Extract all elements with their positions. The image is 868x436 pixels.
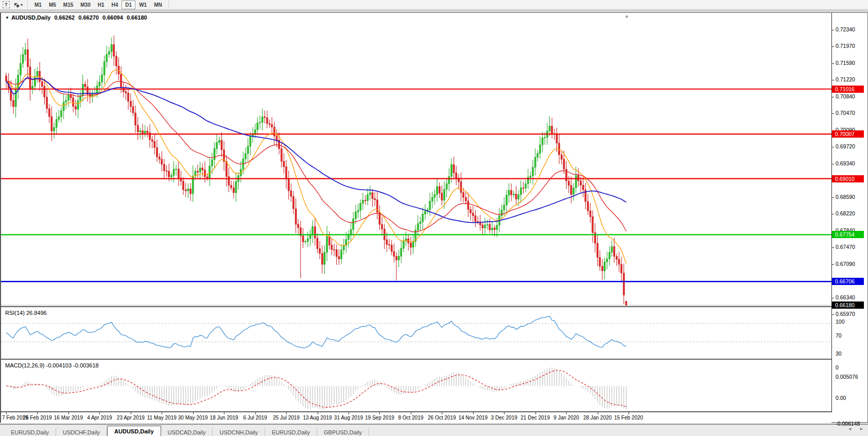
date-tick-label: 26 Oct 2019 [428, 415, 456, 421]
timeframe-button-m1[interactable]: M1 [31, 1, 45, 9]
date-axis[interactable]: 7 Feb 201926 Feb 201916 Mar 20194 Apr 20… [1, 412, 831, 423]
chart-tab-bar: EURUSD,DailyUSDCHF,DailyAUDUSD,DailyUSDC… [0, 424, 868, 436]
date-tick-label: 19 Sep 2019 [365, 415, 394, 421]
date-tick-mark [379, 412, 380, 414]
date-tick-mark [131, 412, 131, 414]
rsi-scale-label: 30 [836, 350, 842, 357]
date-tick-mark [535, 412, 536, 414]
chart-tab-audusd-daily[interactable]: AUDUSD,Daily [107, 426, 161, 436]
date-tick-label: 26 Feb 2019 [23, 415, 51, 421]
date-tick-mark [255, 412, 256, 414]
rsi-scale-label: 0 [836, 364, 839, 371]
rsi-scale-label: 100 [836, 318, 845, 325]
price-tick-label: 0.68590 [836, 194, 855, 200]
price-tick-mark [832, 147, 834, 147]
macd-scale-label: 0.005076 [836, 374, 858, 380]
timeframe-button-group: M1M5M15M30H1H4D1W1MN [31, 1, 166, 9]
support-price-badge: 0.67754 [832, 231, 864, 238]
timeframe-button-m15[interactable]: M15 [60, 1, 77, 9]
macd-label: MACD(12,26,9) -0.004103 -0.003618 [5, 362, 99, 368]
date-tick-mark [629, 412, 629, 414]
price-tick-mark [832, 197, 834, 198]
macd-panel [1, 360, 831, 411]
date-tick-label: 18 Jun 2019 [210, 415, 238, 421]
date-tick-mark [504, 412, 505, 414]
support-price-badge: 0.66706 [832, 278, 864, 285]
price-tick-label: 0.67090 [836, 261, 855, 267]
rsi-panel [1, 308, 831, 359]
timeframe-button-w1[interactable]: W1 [135, 1, 150, 9]
arrange-charts-button[interactable]: ▾ [13, 1, 24, 8]
date-tick-mark [411, 412, 411, 414]
price-tick-label: 0.70470 [836, 110, 855, 116]
date-tick-mark [6, 412, 7, 414]
timeframe-button-m5[interactable]: M5 [45, 1, 60, 9]
date-tick-mark [193, 412, 194, 414]
macd-scale-label: 0.00 [836, 395, 846, 401]
date-tick-label: 13 Aug 2019 [303, 415, 332, 421]
rsi-line [6, 316, 626, 348]
collapse-arrow-icon[interactable]: ▼ [5, 15, 9, 20]
date-tick-label: 16 Mar 2019 [54, 415, 83, 421]
panel-separator[interactable] [1, 306, 831, 307]
timeframe-button-m30[interactable]: M30 [77, 1, 94, 9]
price-tick-label: 0.68220 [836, 210, 855, 216]
date-tick-mark [318, 412, 318, 414]
text-tool-button[interactable]: T [1, 1, 12, 8]
mt4-terminal: { "toolbar": { "text_tool_label": "T", "… [0, 0, 868, 436]
macd-histogram [6, 367, 626, 410]
timeframe-button-d1[interactable]: D1 [121, 1, 135, 9]
tab-scroll-right-icon[interactable]: ► [859, 427, 864, 431]
price-tick-mark [832, 63, 834, 64]
price-tick-mark [832, 298, 834, 298]
price-tick-mark [832, 80, 834, 80]
date-tick-mark [37, 412, 38, 414]
price-axis-line [831, 13, 832, 412]
chart-tab-usdchf-daily[interactable]: USDCHF,Daily [56, 428, 107, 436]
date-tick-label: 15 Feb 2020 [614, 415, 643, 421]
chart-tab-usdcad-daily[interactable]: USDCAD,Daily [161, 428, 213, 436]
timeframe-button-mn[interactable]: MN [150, 1, 166, 9]
price-tick-mark [832, 247, 834, 248]
panel-separator[interactable] [1, 359, 831, 360]
date-tick-mark [473, 412, 474, 414]
main-price-panel[interactable] [1, 13, 831, 306]
date-tick-mark [224, 412, 224, 414]
date-tick-label: 28 Jan 2020 [583, 415, 612, 421]
timeframe-button-h4[interactable]: H4 [108, 1, 122, 9]
timeframe-button-h1[interactable]: H1 [94, 1, 108, 9]
ohlc-high: 0.66270 [78, 14, 99, 21]
date-tick-mark [286, 412, 287, 414]
current-price-badge: 0.66180 [832, 301, 864, 309]
toolbar-separator [168, 1, 169, 8]
date-tick-label: 31 Aug 2019 [334, 415, 363, 421]
date-tick-label: 3 Dec 2019 [491, 415, 517, 421]
rsi-scale-label: 70 [836, 332, 842, 339]
chart-tab-gbpusd-daily[interactable]: GBPUSD,Daily [317, 428, 369, 436]
chart-window[interactable]: ▼AUDUSD,Daily 0.66262 0.66270 0.66094 0.… [0, 12, 868, 423]
date-tick-mark [598, 412, 598, 414]
date-tick-label: 23 Apr 2019 [117, 415, 145, 421]
chart-header: ▼AUDUSD,Daily 0.66262 0.66270 0.66094 0.… [5, 14, 149, 21]
chart-tab-eurusd-daily[interactable]: EURUSD,Daily [4, 428, 56, 436]
price-tick-label: 0.71970 [836, 43, 855, 49]
price-tick-label: 0.70840 [836, 93, 855, 99]
date-tick-label: 8 Oct 2019 [398, 415, 423, 421]
tab-scroll-left-icon[interactable]: ◄ [847, 427, 852, 431]
resistance-price-badge: 0.69010 [832, 175, 864, 182]
price-tick-label: 0.65970 [836, 311, 855, 317]
macd-scale-label: -0.006148 [836, 421, 860, 427]
price-tick-label: 0.69340 [836, 160, 855, 166]
chart-shift-marker[interactable]: ▲ [624, 13, 629, 19]
resistance-price-badge: 0.71016 [832, 86, 864, 93]
ohlc-open: 0.66262 [54, 14, 75, 21]
date-tick-mark [349, 412, 349, 414]
chart-tab-usdcnh-daily[interactable]: USDCNH,Daily [213, 428, 265, 436]
date-tick-mark [442, 412, 442, 414]
date-tick-label: 30 May 2019 [178, 415, 208, 421]
price-tick-mark [832, 314, 834, 315]
date-tick-label: 21 Dec 2019 [520, 415, 550, 421]
chart-tab-eurusd-daily[interactable]: EURUSD,Daily [265, 428, 317, 436]
date-tick-mark [99, 412, 100, 414]
chevron-down-icon[interactable]: ▾ [21, 3, 23, 7]
